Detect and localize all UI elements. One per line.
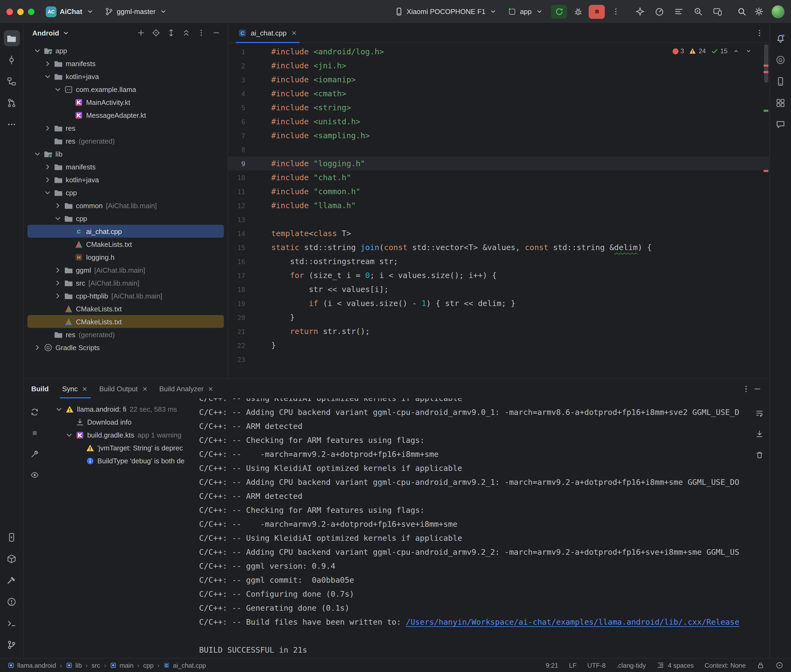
close-tab-icon[interactable] [207,385,214,392]
run-button[interactable] [551,5,567,19]
code-line-2[interactable]: 2#include <jni.h> [228,59,770,73]
close-tab-icon[interactable] [82,385,88,392]
error-count[interactable]: 3 [672,47,684,55]
build-tab-build-output[interactable]: Build Output [95,379,153,398]
more-actions-button[interactable] [608,5,623,19]
settings-button[interactable] [751,5,766,19]
breadcrumb-item-llama-android[interactable]: llama.android [8,661,56,669]
code-line-14[interactable]: 14template<class T> [228,226,770,240]
chevron-down-icon[interactable] [53,214,63,223]
project-panel-minus-button[interactable] [209,26,223,40]
context-widget[interactable]: Context: None [704,661,746,669]
chevron-right-icon[interactable] [33,343,42,352]
tree-item-common[interactable]: common [AiChat.lib.main] [27,199,224,212]
code-area[interactable]: 1#include <android/log.h>2#include <jni.… [228,43,770,379]
editor-error-stripe[interactable] [762,43,770,379]
tree-item-gradle-scripts[interactable]: GGradle Scripts [27,341,224,354]
stripe-mark[interactable] [764,110,769,112]
tree-item-mainactivity-kt[interactable]: MainActivity.kt [27,96,224,109]
code-line-20[interactable]: 20 } [228,310,770,324]
code-line-23[interactable]: 23 [228,352,770,366]
code-line-11[interactable]: 11#include "common.h" [228,184,770,198]
left-strip-problems-button[interactable] [3,594,20,610]
warning-count[interactable]: 24 [689,47,706,55]
branch-selector[interactable]: ggml-master [101,5,172,18]
code-line-22[interactable]: 22} [228,338,770,352]
right-strip-device-manager-button[interactable] [772,73,789,89]
minimize-window-button[interactable] [17,8,24,15]
breadcrumb-item-src[interactable]: src [91,661,100,669]
left-strip-more-horizontal-button[interactable] [3,116,20,132]
file-encoding[interactable]: UTF-8 [587,661,606,669]
left-strip-pull-requests-button[interactable] [3,94,20,111]
stripe-mark[interactable] [764,64,769,67]
close-tab-icon[interactable] [141,385,149,392]
tree-item-cmakelists-txt[interactable]: CMakeLists.txt [27,302,224,315]
status-notifications-icon[interactable] [775,661,783,669]
editor-options-icon[interactable] [755,29,764,38]
tree-item-src[interactable]: src [AiChat.lib.main] [27,277,224,290]
hide-build-panel-icon[interactable] [753,384,762,393]
chevron-down-icon[interactable] [33,46,42,55]
chevron-down-icon[interactable] [64,430,74,439]
tree-item-res[interactable]: res (generated) [27,328,224,341]
tree-item-cmakelists-txt[interactable]: CMakeLists.txt [27,315,224,328]
left-strip-running-devices-button[interactable] [3,529,20,545]
code-line-12[interactable]: 12#include "llama.h" [228,198,770,213]
left-strip-version-control-button[interactable] [3,637,20,653]
inspections-widget[interactable]: 3 24 15 [668,46,757,56]
chevron-right-icon[interactable] [43,162,52,171]
breadcrumb-item-ai-chat-cpp[interactable]: Cai_chat.cpp [164,661,206,669]
breadcrumb-item-main[interactable]: main [110,661,133,669]
search-everywhere-button[interactable] [734,5,749,19]
code-line-9[interactable]: 9#include "logging.h" [228,157,770,171]
console-toolbar-scrollend-button[interactable] [752,427,766,441]
chevron-right-icon[interactable] [53,201,63,210]
line-separator[interactable]: LF [569,661,576,669]
chevron-down-icon[interactable] [53,85,63,94]
stop-button[interactable] [589,5,605,19]
left-strip-commit-button[interactable] [3,52,20,68]
code-line-3[interactable]: 3#include <iomanip> [228,73,770,86]
left-strip-structure-button[interactable] [3,73,20,89]
debug-button[interactable] [570,5,586,19]
close-tab-icon[interactable] [290,30,297,37]
titlebar-profiler-button[interactable] [651,3,667,20]
project-panel-collapse-all-button[interactable] [179,26,193,40]
project-panel-unfold-button[interactable] [164,26,178,40]
code-line-17[interactable]: 17 for (size_t i = 0; i < values.size();… [228,268,770,282]
breadcrumb-item-cpp[interactable]: cpp [143,661,154,669]
project-view-selector[interactable]: Android [32,29,59,37]
clang-tidy-profile[interactable]: .clang-tidy [616,661,646,669]
right-strip-notifications-button[interactable] [772,30,789,46]
tree-item-cpp[interactable]: cpp [27,212,224,225]
run-config-selector[interactable]: app [504,5,548,18]
build-tab-sync[interactable]: Sync [57,379,93,398]
right-strip-app-insights-button[interactable] [772,116,789,132]
left-strip-dependencies-button[interactable] [3,550,20,566]
chevron-down-icon[interactable] [33,149,42,158]
left-strip-project-folder-button[interactable] [3,30,20,46]
breadcrumb-item-lib[interactable]: lib [66,661,82,669]
code-line-21[interactable]: 21 return str.str(); [228,324,770,338]
tree-item-app[interactable]: app [27,44,224,57]
titlebar-logcat-button[interactable] [671,3,687,20]
build-options-icon[interactable] [741,384,751,393]
tree-item-res[interactable]: res (generated) [27,134,224,147]
console-link[interactable]: /Users/hanyin/Workspace/ai-chat/examples… [406,618,739,626]
previous-issue-icon[interactable] [732,47,740,55]
close-window-button[interactable] [6,8,13,15]
passed-count[interactable]: 15 [711,47,727,55]
tree-item-lib[interactable]: lib [27,147,224,160]
build-toolbar-eye-button[interactable] [27,468,42,482]
code-line-10[interactable]: 10#include "chat.h" [228,171,770,184]
code-line-18[interactable]: 18 str << values[i]; [228,282,770,296]
zoom-window-button[interactable] [28,8,34,15]
lock-icon[interactable] [757,661,765,669]
tree-item-kotlin-java[interactable]: kotlin+java [27,70,224,83]
tree-item-cpp[interactable]: cpp [27,186,224,199]
stripe-mark[interactable] [764,71,769,73]
code-line-8[interactable]: 8 [228,142,770,157]
build-tree-item-build-gradle-kts[interactable]: build.gradle.ktsapp 1 warning [49,428,188,441]
code-line-6[interactable]: 6#include <unistd.h> [228,115,770,128]
